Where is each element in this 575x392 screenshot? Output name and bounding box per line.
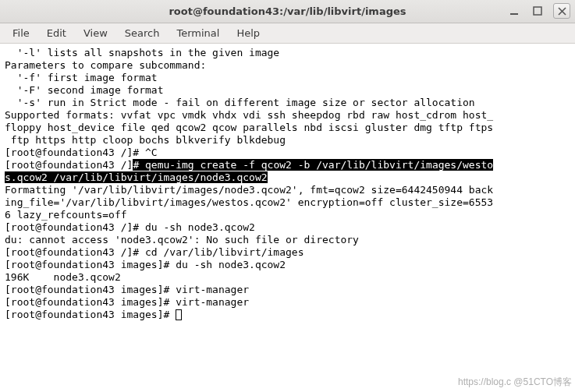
terminal-line: [root@foundation43 images]# virt-manager [5,296,570,309]
terminal-line: [root@foundation43 /]# cd /var/lib/libvi… [5,246,570,259]
terminal-line: '-f' first image format [5,72,570,84]
menubar: File Edit View Search Terminal Help [0,23,575,44]
terminal-line: '-l' lists all snapshots in the given im… [5,47,570,59]
terminal-line: Formatting '/var/lib/libvirt/images/node… [5,184,570,196]
terminal-line: ing_file='/var/lib/libvirt/images/westos… [5,196,570,209]
window-titlebar: root@foundation43:/var/lib/libvirt/image… [0,0,575,23]
svg-rect-1 [534,7,541,15]
terminal-line: [root@foundation43 /]# qemu-img create -… [5,159,570,171]
terminal-line: '-s' run in Strict mode - fail on differ… [5,97,570,109]
menu-terminal[interactable]: Terminal [169,25,227,41]
menu-view[interactable]: View [76,25,115,41]
svg-rect-0 [510,13,518,15]
terminal-line: s.qcow2 /var/lib/libvirt/images/node3.qc… [5,171,570,184]
terminal-line: 196K node3.qcow2 [5,271,570,284]
terminal-output[interactable]: '-l' lists all snapshots in the given im… [0,44,575,392]
terminal-cursor [176,309,182,320]
terminal-line: ftp https http cloop bochs blkverify blk… [5,134,570,147]
menu-help[interactable]: Help [229,25,268,41]
terminal-line: [root@foundation43 /]# du -sh node3.qcow… [5,221,570,234]
terminal-line: '-F' second image format [5,84,570,97]
terminal-line: [root@foundation43 /]# ^C [5,147,570,159]
terminal-line: [root@foundation43 images]# [5,309,570,321]
menu-file[interactable]: File [5,25,37,41]
terminal-line: Supported formats: vvfat vpc vmdk vhdx v… [5,109,570,122]
minimize-button[interactable] [506,3,522,19]
menu-edit[interactable]: Edit [39,25,74,41]
terminal-line: floppy host_device file qed qcow2 qcow p… [5,122,570,134]
terminal-line: [root@foundation43 images]# du -sh node3… [5,259,570,271]
menu-search[interactable]: Search [117,25,168,41]
terminal-line: 6 lazy_refcounts=off [5,209,570,221]
window-controls [506,3,570,19]
close-button[interactable] [553,3,570,19]
terminal-line: Parameters to compare subcommand: [5,59,570,72]
maximize-button[interactable] [530,3,545,19]
terminal-line: du: cannot access 'node3.qcow2': No such… [5,234,570,246]
window-title: root@foundation43:/var/lib/libvirt/image… [169,5,406,17]
terminal-line: [root@foundation43 images]# virt-manager [5,284,570,296]
